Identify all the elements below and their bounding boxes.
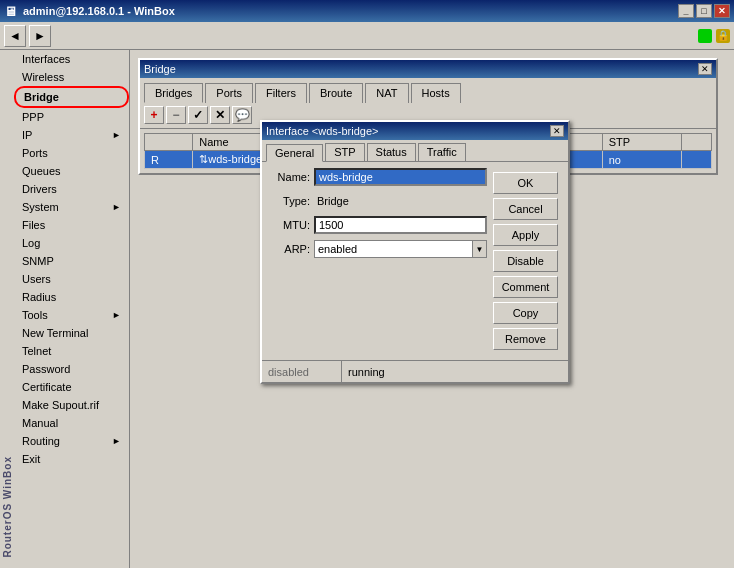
dialog-tabs: General STP Status Traffic xyxy=(262,140,568,162)
sidebar-item-wireless[interactable]: Wireless xyxy=(14,68,129,86)
sidebar-item-ip[interactable]: IP ► xyxy=(14,126,129,144)
sidebar-item-password[interactable]: Password xyxy=(14,360,129,378)
tab-broute[interactable]: Broute xyxy=(309,83,363,103)
cancel-button[interactable]: Cancel xyxy=(493,198,558,220)
dialog-statusbar: disabled running xyxy=(262,360,568,382)
mtu-field-row: MTU: xyxy=(268,216,487,234)
sidebar-item-manual[interactable]: Manual xyxy=(14,414,129,432)
sidebar-item-queues[interactable]: Queues xyxy=(14,162,129,180)
main-toolbar: ◄ ► 🔒 xyxy=(0,22,734,50)
sidebar-item-users[interactable]: Users xyxy=(14,270,129,288)
ok-button[interactable]: OK xyxy=(493,172,558,194)
type-label: Type: xyxy=(268,195,310,207)
interface-dialog: Interface <wds-bridge> ✕ General STP Sta… xyxy=(260,120,570,384)
dialog-buttons: OK Cancel Apply Disable Comment Copy Rem… xyxy=(493,168,562,354)
col-stp[interactable]: STP xyxy=(602,134,681,151)
sidebar-item-new-terminal[interactable]: New Terminal xyxy=(14,324,129,342)
sidebar-item-exit[interactable]: Exit xyxy=(14,450,129,468)
copy-button[interactable]: Copy xyxy=(493,302,558,324)
dialog-tab-traffic[interactable]: Traffic xyxy=(418,143,466,161)
system-arrow: ► xyxy=(112,202,121,212)
sidebar-item-system[interactable]: System ► xyxy=(14,198,129,216)
titlebar: 🖥 admin@192.168.0.1 - WinBox _ □ ✕ xyxy=(0,0,734,22)
status-green xyxy=(698,29,712,43)
status-disabled: disabled xyxy=(262,361,342,382)
dialog-tab-status[interactable]: Status xyxy=(367,143,416,161)
disable-button[interactable]: ✕ xyxy=(210,106,230,124)
comment-button[interactable]: Comment xyxy=(493,276,558,298)
type-field-row: Type: Bridge xyxy=(268,192,487,210)
bridge-window-close[interactable]: ✕ xyxy=(698,63,712,75)
content-area: Bridge ✕ Bridges Ports Filters Broute NA… xyxy=(130,50,734,568)
bridge-window-title: Bridge xyxy=(144,63,176,75)
row-stp: no xyxy=(602,151,681,169)
sidebar-item-tools[interactable]: Tools ► xyxy=(14,306,129,324)
titlebar-title: admin@192.168.0.1 - WinBox xyxy=(23,5,175,17)
sidebar-item-ppp[interactable]: PPP xyxy=(14,108,129,126)
sidebar-item-interfaces[interactable]: Interfaces xyxy=(14,50,129,68)
sidebar-item-log[interactable]: Log xyxy=(14,234,129,252)
sidebar-item-files[interactable]: Files xyxy=(14,216,129,234)
sidebar-items: Interfaces Wireless Bridge PPP IP ► Port… xyxy=(14,50,129,468)
sidebar-item-telnet[interactable]: Telnet xyxy=(14,342,129,360)
arp-label: ARP: xyxy=(268,243,310,255)
dialog-tab-general[interactable]: General xyxy=(266,144,323,162)
dialog-tab-stp[interactable]: STP xyxy=(325,143,364,161)
col-flag xyxy=(145,134,193,151)
sidebar-item-make-supout[interactable]: Make Supout.rif xyxy=(14,396,129,414)
apply-button[interactable]: Apply xyxy=(493,224,558,246)
status-lock: 🔒 xyxy=(716,29,730,43)
row-flag: R xyxy=(145,151,193,169)
sidebar-item-radius[interactable]: Radius xyxy=(14,288,129,306)
name-label: Name: xyxy=(268,171,310,183)
type-value: Bridge xyxy=(314,192,487,210)
disable-button[interactable]: Disable xyxy=(493,250,558,272)
dialog-fields: Name: Type: Bridge MTU: ARP xyxy=(268,168,487,354)
sidebar-watermark: RouterOS WinBox xyxy=(2,456,13,558)
arp-value: enabled xyxy=(318,243,357,255)
tab-ports[interactable]: Ports xyxy=(205,83,253,103)
routing-arrow: ► xyxy=(112,436,121,446)
bridge-tabs: Bridges Ports Filters Broute NAT Hosts xyxy=(140,78,716,102)
app-icon: 🖥 xyxy=(4,4,17,19)
arp-dropdown-arrow[interactable]: ▼ xyxy=(472,241,486,257)
bridge-window-titlebar: Bridge ✕ xyxy=(140,60,716,78)
sidebar-item-bridge[interactable]: Bridge xyxy=(14,86,129,108)
status-running: running xyxy=(342,361,568,382)
mtu-label: MTU: xyxy=(268,219,310,231)
sidebar-item-certificate[interactable]: Certificate xyxy=(14,378,129,396)
comment-button[interactable]: 💬 xyxy=(232,106,252,124)
back-button[interactable]: ◄ xyxy=(4,25,26,47)
dialog-body: Name: Type: Bridge MTU: ARP xyxy=(262,162,568,360)
tab-filters[interactable]: Filters xyxy=(255,83,307,103)
arp-select[interactable]: enabled ▼ xyxy=(314,240,487,258)
name-input[interactable] xyxy=(314,168,487,186)
mtu-input[interactable] xyxy=(314,216,487,234)
arp-field-row: ARP: enabled ▼ xyxy=(268,240,487,258)
col-extra xyxy=(681,134,711,151)
ip-arrow: ► xyxy=(112,130,121,140)
sidebar: Interfaces Wireless Bridge PPP IP ► Port… xyxy=(0,50,130,568)
tools-arrow: ► xyxy=(112,310,121,320)
dialog-title: Interface <wds-bridge> xyxy=(266,125,379,137)
tab-nat[interactable]: NAT xyxy=(365,83,408,103)
sidebar-item-snmp[interactable]: SNMP xyxy=(14,252,129,270)
remove-button[interactable]: Remove xyxy=(493,328,558,350)
edit-button[interactable]: ✓ xyxy=(188,106,208,124)
minimize-button[interactable]: _ xyxy=(678,4,694,18)
forward-button[interactable]: ► xyxy=(29,25,51,47)
dialog-titlebar: Interface <wds-bridge> ✕ xyxy=(262,122,568,140)
sidebar-item-ports[interactable]: Ports xyxy=(14,144,129,162)
dialog-close-button[interactable]: ✕ xyxy=(550,125,564,137)
row-extra xyxy=(681,151,711,169)
main-layout: Interfaces Wireless Bridge PPP IP ► Port… xyxy=(0,50,734,568)
close-button[interactable]: ✕ xyxy=(714,4,730,18)
tab-bridges[interactable]: Bridges xyxy=(144,83,203,103)
maximize-button[interactable]: □ xyxy=(696,4,712,18)
name-field-row: Name: xyxy=(268,168,487,186)
sidebar-item-drivers[interactable]: Drivers xyxy=(14,180,129,198)
add-button[interactable]: + xyxy=(144,106,164,124)
tab-hosts[interactable]: Hosts xyxy=(411,83,461,103)
sidebar-item-routing[interactable]: Routing ► xyxy=(14,432,129,450)
remove-button[interactable]: − xyxy=(166,106,186,124)
